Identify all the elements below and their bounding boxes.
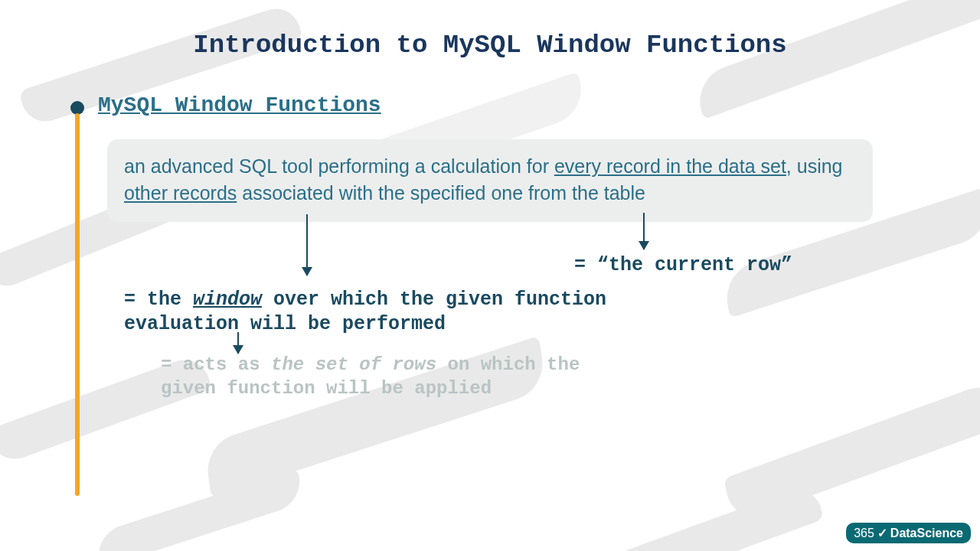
logo-check-icon: ✓ <box>877 526 887 540</box>
definition-text-mid1: , using <box>786 155 843 177</box>
section-heading: MySQL Window Functions <box>98 93 381 117</box>
arrow-to-window-annotation <box>306 214 308 276</box>
annotation-faded-pre: = acts as <box>161 354 271 375</box>
arrow-to-faded-annotation <box>237 332 239 354</box>
logo-number: 365 <box>854 527 874 540</box>
logo-brand-text: DataScience <box>890 527 963 540</box>
annotation-set-of-rows: = acts as the set of rows on which the g… <box>161 354 580 400</box>
definition-text-pre1: an advanced SQL tool performing a calcul… <box>124 155 554 177</box>
arrow-to-current-row-annotation <box>643 213 645 249</box>
annotation-window-pre: = the <box>124 289 193 311</box>
definition-text-post1: associated with the specified one from t… <box>237 182 645 204</box>
definition-underline-1: every record in the data set <box>554 155 786 177</box>
annotation-window-post-line1: over which the given function <box>262 289 606 311</box>
annotation-faded-line2: given function will be applied <box>161 378 492 399</box>
slide-title: Introduction to MySQL Window Functions <box>0 0 980 60</box>
annotation-faded-italic: the set of rows <box>271 354 436 375</box>
brand-logo: 365✓DataScience <box>846 523 971 543</box>
vertical-accent-line <box>75 113 80 496</box>
definition-box: an advanced SQL tool performing a calcul… <box>107 139 873 222</box>
definition-underline-2: other records <box>124 182 237 204</box>
annotation-window-line2: evaluation will be performed <box>124 313 446 335</box>
annotation-faded-post-line1: on which the <box>436 354 580 375</box>
annotation-window-term: window <box>193 289 262 311</box>
annotation-window: = the window over which the given functi… <box>124 288 606 337</box>
annotation-current-row: = “the current row” <box>574 254 792 276</box>
